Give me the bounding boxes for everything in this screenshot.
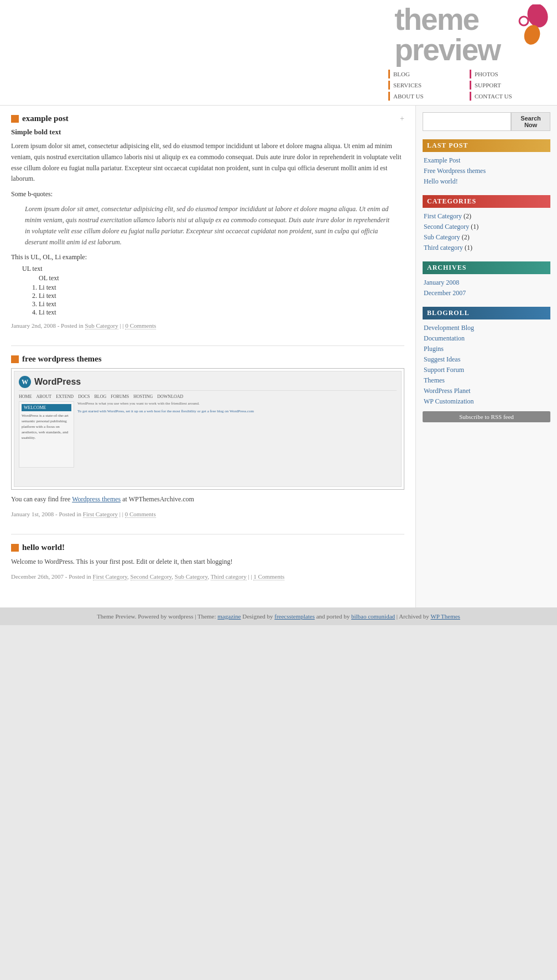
last-post-link-3[interactable]: Hello world! (424, 177, 458, 185)
post-comments-1[interactable]: 0 Comments (125, 322, 156, 329)
post-subtitle-1: Simple bold text (11, 128, 404, 137)
bquote-intro: Some b-quotes: (11, 190, 404, 198)
footer-designed: Designed by (242, 613, 273, 620)
nav-blog[interactable]: BLOG (388, 70, 467, 78)
wordpress-themes-link[interactable]: Wordpress themes (72, 495, 121, 503)
footer-text: Theme Preview. Powered by wordpress | Th… (97, 613, 216, 620)
blogroll-link-3[interactable]: Plugins (424, 345, 444, 353)
post-cat-link-1[interactable]: Sub Category (85, 322, 118, 329)
sidebar: Search Now LAST POST Example Post Free W… (416, 106, 557, 607)
footer-ported: and ported by (316, 613, 350, 620)
ordered-list-1: Li text Li text Li text Li text (39, 284, 404, 317)
list-item: January 2008 (424, 277, 549, 288)
header-right: theme preview BLOG PHOTOS SERVICES SUPPO… (380, 0, 557, 105)
blogroll-link-4[interactable]: Suggest Ideas (424, 355, 460, 363)
post-cat-link-3a[interactable]: First Category (93, 573, 128, 580)
list-item: Third category (1) (424, 243, 549, 253)
blogroll-section: BLOGROLL Development Blog Documentation … (423, 307, 550, 422)
wp-screenshot-container: W WordPress HOMEABOUTEXTENDDOCSBLOGFORUM… (11, 368, 404, 490)
header-nav: BLOG PHOTOS SERVICES SUPPORT ABOUT US CO… (388, 70, 549, 101)
footer-wpthemes-link[interactable]: WP Themes (430, 613, 460, 620)
post-title-2: free wordpress themes (22, 354, 102, 364)
header-squiggle-icon (504, 4, 549, 56)
post-header-2: free wordpress themes (11, 354, 404, 364)
nav-contact[interactable]: CONTACT US (470, 92, 549, 101)
nav-photos[interactable]: PHOTOS (470, 70, 549, 78)
list-item: Li text (39, 308, 404, 317)
blogroll-link-1[interactable]: Development Blog (424, 324, 474, 332)
list-item: Suggest Ideas (424, 354, 549, 365)
list-item: Support Forum (424, 365, 549, 375)
cat-link-3[interactable]: Sub Category (424, 233, 460, 241)
list-item: Documentation (424, 333, 549, 344)
post-body-3: Welcome to WordPress. This is your first… (11, 557, 404, 568)
cat-link-1[interactable]: First Category (424, 212, 462, 220)
footer-magazine-link[interactable]: magazine (217, 613, 241, 620)
list-item: Second Category (1) (424, 222, 549, 232)
list-item: Sub Category (2) (424, 232, 549, 243)
last-post-link-1[interactable]: Example Post (424, 156, 460, 164)
archives-title: ARCHIVES (423, 261, 550, 274)
list-item: Example Post (424, 155, 549, 166)
post-divider-1 (11, 345, 404, 346)
blogroll-link-7[interactable]: WordPress Planet (424, 387, 471, 395)
archives-list: January 2008 December 2007 (423, 277, 550, 298)
search-button[interactable]: Search Now (511, 112, 550, 131)
post-cat-link-3d[interactable]: Third category (211, 573, 247, 580)
blockquote-1: Lorem ipsum dolor sit amet, consectetur … (25, 204, 391, 248)
post-cat-link-3b[interactable]: Second Category (131, 573, 172, 580)
post-wp-themes: free wordpress themes W WordPress HOMEAB… (11, 354, 404, 517)
blogroll-link-6[interactable]: Themes (424, 376, 445, 384)
nav-about[interactable]: ABOUT US (388, 92, 467, 101)
last-post-link-2[interactable]: Free Wordpress themes (424, 167, 486, 175)
post-hello-world: hello world! Welcome to WordPress. This … (11, 543, 404, 580)
blogroll-link-2[interactable]: Documentation (424, 334, 465, 342)
footer-bilbao-link[interactable]: bilbao comunidad (351, 613, 395, 620)
post-cat-link-3c[interactable]: Sub Category (175, 573, 207, 580)
add-post-icon[interactable]: + (400, 114, 404, 123)
wp-screenshot-image: W WordPress HOMEABOUTEXTENDDOCSBLOGFORUM… (14, 371, 402, 487)
post-comments-3[interactable]: 1 Comments (253, 573, 284, 580)
archive-link-2[interactable]: December 2007 (424, 289, 466, 297)
footer-freecss-link[interactable]: freecsstemplates (274, 613, 315, 620)
cat-link-2[interactable]: Second Category (424, 223, 469, 230)
post-title-1: example post (22, 114, 69, 123)
cat-link-4[interactable]: Third category (424, 244, 463, 251)
blogroll-list: Development Blog Documentation Plugins S… (423, 323, 550, 407)
nav-support[interactable]: SUPPORT (470, 81, 549, 90)
post-body-1: Lorem ipsum dolor sit amet, consectetur … (11, 141, 404, 185)
blogroll-link-8[interactable]: WP Customization (424, 397, 474, 405)
list-item: Hello world! (424, 176, 549, 187)
list-item: December 2007 (424, 288, 549, 298)
post-cat-link-2[interactable]: First Category (83, 511, 118, 518)
post-header-3: hello world! (11, 543, 404, 552)
list-item: Development Blog (424, 323, 549, 333)
post-body-2: You can easy find free Wordpress themes … (11, 494, 404, 505)
content-area: example post + Simple bold text Lorem ip… (0, 106, 557, 607)
list-item: Free Wordpress themes (424, 166, 549, 176)
main-content: example post + Simple bold text Lorem ip… (0, 106, 416, 607)
post-header-1: example post + (11, 114, 404, 123)
categories-section: CATEGORIES First Category (2) Second Cat… (423, 195, 550, 253)
post-comments-2[interactable]: 0 Comments (125, 511, 156, 518)
ol-text: OL text (39, 274, 404, 282)
search-input[interactable] (423, 112, 511, 131)
blogroll-link-5[interactable]: Support Forum (424, 366, 464, 374)
post-title-icon-1 (11, 115, 19, 123)
rss-subscribe-button[interactable]: Subscribe to RSS feed (423, 411, 550, 422)
post-example: example post + Simple bold text Lorem ip… (11, 114, 404, 329)
post-title-icon-3 (11, 544, 19, 552)
list-item: WordPress Planet (424, 386, 549, 396)
archive-link-1[interactable]: January 2008 (424, 279, 459, 286)
list-item: Themes (424, 375, 549, 386)
post-title-3: hello world! (22, 543, 65, 552)
post-footer-3: December 26th, 2007 - Posted in First Ca… (11, 573, 404, 580)
nav-services[interactable]: SERVICES (388, 81, 467, 90)
list-intro-1: This is UL, OL, Li example: (11, 253, 404, 261)
categories-title: CATEGORIES (423, 195, 550, 208)
ul-text: UL text (22, 265, 404, 273)
header-brand: theme preview (394, 4, 500, 65)
post-title-icon-2 (11, 355, 19, 363)
footer-archived: | Archived by (397, 613, 429, 620)
list-item: Li text (39, 292, 404, 300)
